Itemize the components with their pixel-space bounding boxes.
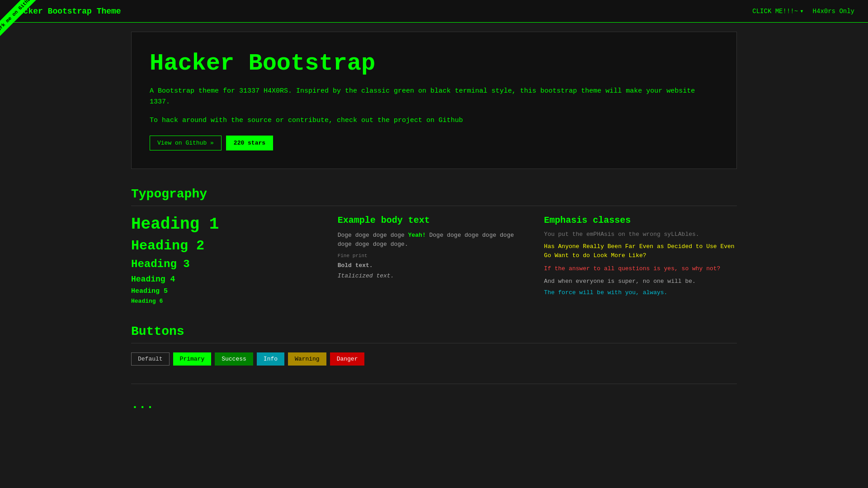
highlight-yeah: Yeah!	[408, 232, 426, 239]
bottom-section-title: ...	[131, 398, 737, 416]
buttons-section-title: Buttons	[131, 324, 737, 343]
hero-section: Hacker Bootstrap A Bootstrap theme for 3…	[131, 32, 737, 169]
buttons-row: Default Primary Success Info Warning Dan…	[131, 352, 737, 366]
button-primary[interactable]: Primary	[173, 352, 212, 366]
hero-title: Hacker Bootstrap	[150, 50, 718, 77]
fine-print: Fine print	[338, 253, 531, 258]
main-container: Hacker Bootstrap A Bootstrap theme for 3…	[118, 23, 750, 425]
emphasis-muted: You put the emPHAsis on the wrong syLLAb…	[544, 231, 737, 238]
button-default[interactable]: Default	[131, 352, 170, 366]
heading-4: Heading 4	[131, 275, 324, 284]
stars-badge: 220 stars	[226, 136, 273, 150]
section-divider	[131, 384, 737, 384]
typography-section: Typography Heading 1 Heading 2 Heading 3…	[131, 187, 737, 306]
hero-buttons: View on Github » 220 stars	[150, 136, 718, 150]
nav-h4x0rs[interactable]: H4x0rs Only	[813, 8, 854, 15]
emphasis-title: Emphasis classes	[544, 215, 737, 225]
button-info[interactable]: Info	[257, 352, 284, 366]
typography-grid: Heading 1 Heading 2 Heading 3 Heading 4 …	[131, 215, 737, 306]
nav-click-me[interactable]: CLICK ME!!!~ ▾	[752, 7, 803, 15]
button-danger[interactable]: Danger	[330, 352, 365, 366]
emphasis-warning: Has Anyone Really Been Far Even as Decid…	[544, 242, 737, 260]
heading-2: Heading 2	[131, 238, 324, 253]
italic-text: Italicized text.	[338, 272, 531, 279]
button-success[interactable]: Success	[215, 352, 253, 366]
heading-1: Heading 1	[131, 215, 324, 234]
bottom-section: ...	[131, 398, 737, 416]
heading-6: Heading 6	[131, 298, 324, 305]
emphasis-info: The force will be with you, always.	[544, 289, 737, 296]
body-text-column: Example body text Doge doge doge doge Ye…	[338, 215, 531, 306]
typography-section-title: Typography	[131, 187, 737, 206]
hero-description: A Bootstrap theme for 31337 H4X0RS. Insp…	[150, 86, 718, 108]
nav-brand[interactable]: Hacker Bootstrap Theme	[14, 7, 121, 16]
emphasis-normal: And when everyone is super, no one will …	[544, 278, 737, 285]
headings-column: Heading 1 Heading 2 Heading 3 Heading 4 …	[131, 215, 324, 306]
buttons-section: Buttons Default Primary Success Info War…	[131, 324, 737, 366]
heading-3: Heading 3	[131, 258, 324, 270]
heading-5: Heading 5	[131, 287, 324, 295]
button-warning[interactable]: Warning	[288, 352, 326, 366]
navbar: Hacker Bootstrap Theme CLICK ME!!!~ ▾ H4…	[0, 0, 868, 23]
nav-links: CLICK ME!!!~ ▾ H4x0rs Only	[752, 7, 854, 15]
body-text-title: Example body text	[338, 215, 531, 225]
emphasis-danger: If the answer to all questions is yes, s…	[544, 264, 737, 273]
dropdown-arrow-icon: ▾	[800, 7, 803, 15]
bold-text: Bold text.	[338, 262, 531, 269]
emphasis-column: Emphasis classes You put the emPHAsis on…	[544, 215, 737, 306]
hero-contribute: To hack around with the source or contri…	[150, 117, 718, 124]
body-example-paragraph: Doge doge doge doge Yeah! Doge doge doge…	[338, 231, 531, 249]
view-github-button[interactable]: View on Github »	[150, 136, 222, 150]
